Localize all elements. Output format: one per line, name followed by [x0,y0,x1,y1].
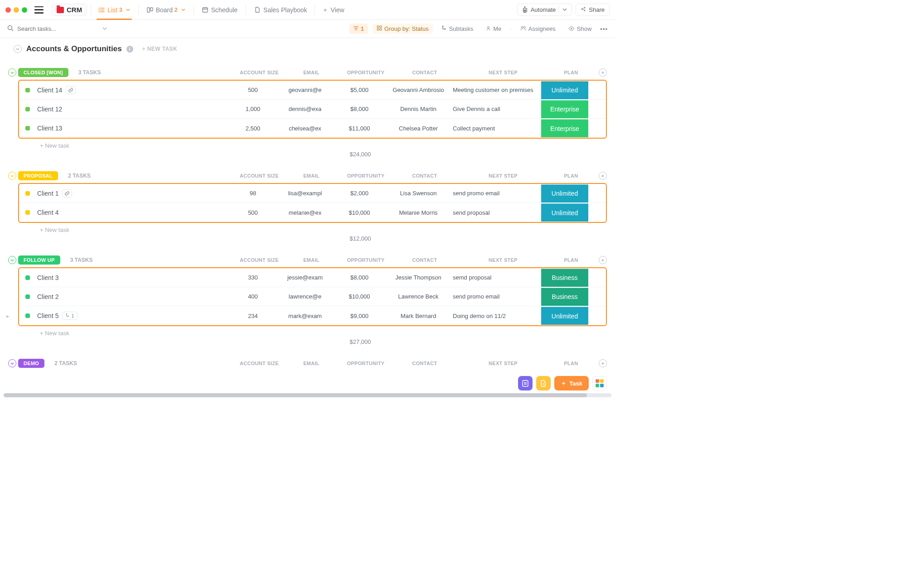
close-window[interactable] [5,7,11,13]
column-header-next-step[interactable]: NEXT STEP [456,70,547,75]
column-header-contact[interactable]: CONTACT [393,173,456,178]
column-header-contact[interactable]: CONTACT [393,257,456,263]
task-row[interactable]: Client 3 330 jessie@exam $8,000 Jessie T… [19,268,606,287]
column-header-next-step[interactable]: NEXT STEP [456,173,547,178]
search-box[interactable] [7,25,107,33]
floating-actions: ＋ Task [518,376,607,390]
task-row[interactable]: Client 2 400 lawrence@e $10,000 Lawrence… [19,287,606,306]
column-header-plan[interactable]: PLAN [547,173,595,178]
view-tab-schedule[interactable]: Schedule [196,0,244,20]
status-square[interactable] [25,275,30,280]
view-tab-board[interactable]: Board 2 [141,0,192,20]
info-icon[interactable]: i [126,46,133,53]
status-label[interactable]: PROPOSAL [18,171,58,180]
notepad-fab[interactable] [518,376,533,390]
status-square[interactable] [25,107,30,111]
search-input[interactable] [17,25,85,32]
assignees-button[interactable]: Assignees [516,24,560,34]
automate-button[interactable]: 🤖︎ Automate [517,4,572,16]
menu-icon[interactable] [34,6,44,14]
column-header-contact[interactable]: CONTACT [393,70,456,75]
new-task-top-button[interactable]: + NEW TASK [142,46,177,52]
add-column-button[interactable]: + [599,68,607,77]
task-row[interactable]: Client 12 1,000 dennis@exa $8,000 Dennis… [19,100,606,119]
column-header-plan[interactable]: PLAN [547,257,595,263]
plan-cell: Enterprise [541,100,589,119]
add-column-button[interactable]: + [599,172,607,180]
share-button[interactable]: Share [576,4,610,16]
account-size-cell: 1,000 [228,106,278,112]
column-header-opportunity[interactable]: OPPORTUNITY [339,70,393,75]
link-icon[interactable] [62,189,72,198]
space-name: CRM [67,6,82,14]
create-task-button[interactable]: ＋ Task [554,376,589,390]
apps-button[interactable] [592,376,607,390]
chevron-down-icon[interactable] [102,25,107,32]
status-square[interactable] [25,313,30,318]
collapse-group-button[interactable] [8,172,16,180]
column-header-account-size[interactable]: ACCOUNT SIZE [234,70,284,75]
collapse-group-button[interactable] [8,256,16,264]
more-options[interactable]: ••• [600,25,608,32]
status-square[interactable] [25,126,30,130]
search-icon [7,25,14,33]
maximize-window[interactable] [22,7,27,13]
horizontal-scrollbar[interactable] [4,393,611,397]
status-square[interactable] [25,88,30,92]
robot-icon: 🤖︎ [522,6,528,13]
task-row[interactable]: Client 4 500 melanie@ex $10,000 Melanie … [19,203,606,222]
collapse-group-button[interactable] [8,68,16,77]
column-header-plan[interactable]: PLAN [547,70,595,75]
column-header-plan[interactable]: PLAN [547,361,595,366]
filter-bar: 1 Group by: Status Subtasks Me · [0,20,615,38]
task-name: Client 12 [37,106,62,113]
expand-subtask-icon[interactable]: ▸ [6,313,10,319]
svg-rect-1 [150,8,153,11]
column-header-email[interactable]: EMAIL [284,361,339,366]
column-header-account-size[interactable]: ACCOUNT SIZE [234,361,284,366]
task-row[interactable]: ▸ Client 5 1 234 mark@exam $9,000 Mark B… [19,306,606,325]
calendar-icon [202,7,208,13]
subtask-count-badge[interactable]: 1 [62,312,77,320]
doc-fab[interactable] [536,376,551,390]
task-row[interactable]: Client 13 2,500 chelsea@ex $11,000 Chels… [19,119,606,138]
column-header-opportunity[interactable]: OPPORTUNITY [339,173,393,178]
status-square[interactable] [25,294,30,299]
status-label[interactable]: FOLLOW UP [18,255,60,265]
new-task-button[interactable]: + New task [18,326,607,337]
view-tab-list[interactable]: List 3 [92,0,136,20]
new-task-button[interactable]: + New task [18,223,607,233]
collapse-group-button[interactable] [8,359,16,367]
filter-button[interactable]: 1 [349,24,368,34]
column-header-opportunity[interactable]: OPPORTUNITY [339,257,393,263]
task-row[interactable]: Client 14 500 geovanni@e $5,000 Geovanni… [19,81,606,100]
status-label[interactable]: DEMO [18,359,44,368]
space-selector[interactable]: CRM [52,4,87,16]
new-task-button[interactable]: + New task [18,139,607,149]
status-label[interactable]: CLOSED [WON] [18,68,68,77]
subtasks-button[interactable]: Subtasks [437,24,477,34]
column-header-account-size[interactable]: ACCOUNT SIZE [234,257,284,263]
column-header-contact[interactable]: CONTACT [393,361,456,366]
column-header-email[interactable]: EMAIL [284,173,339,178]
add-view-button[interactable]: ＋ View [316,0,351,20]
column-header-next-step[interactable]: NEXT STEP [456,257,547,263]
add-column-button[interactable]: + [599,359,607,367]
me-button[interactable]: Me [482,24,505,34]
status-square[interactable] [25,210,30,215]
plan-cell: Unlimited [541,203,589,222]
column-header-email[interactable]: EMAIL [284,257,339,263]
column-header-next-step[interactable]: NEXT STEP [456,361,547,366]
link-icon[interactable] [66,86,76,94]
group-by-button[interactable]: Group by: Status [373,24,433,34]
show-button[interactable]: Show [564,24,596,34]
view-tab-sales-playbook[interactable]: Sales Playbook [248,0,314,20]
minimize-window[interactable] [14,7,19,13]
add-column-button[interactable]: + [599,256,607,264]
column-header-opportunity[interactable]: OPPORTUNITY [339,361,393,366]
status-square[interactable] [25,191,30,196]
task-row[interactable]: Client 1 98 lisa@exampl $2,000 Lisa Swen… [19,184,606,203]
column-header-email[interactable]: EMAIL [284,70,339,75]
column-header-account-size[interactable]: ACCOUNT SIZE [234,173,284,178]
collapse-all-button[interactable] [14,45,22,53]
